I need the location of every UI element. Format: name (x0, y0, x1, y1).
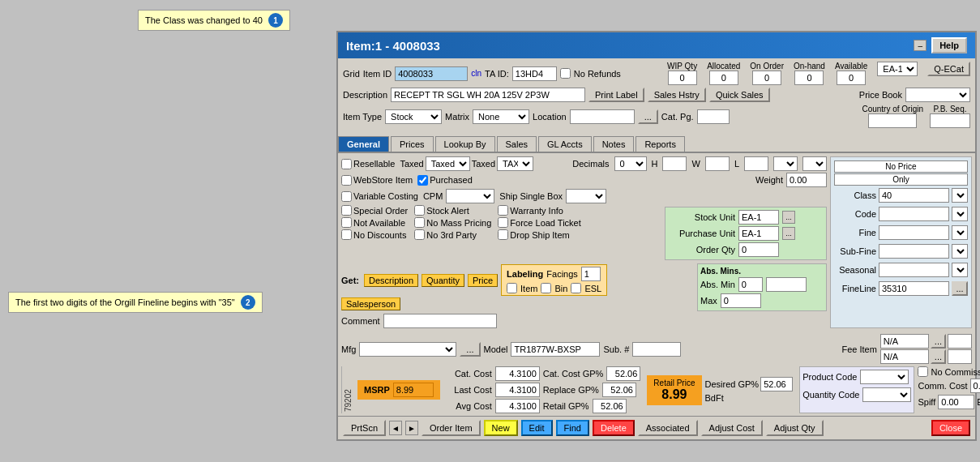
bin-cb[interactable] (541, 283, 551, 293)
stock-alert-checkbox[interactable] (414, 205, 425, 216)
l-input[interactable] (744, 156, 768, 171)
get-quantity-button[interactable]: Quantity (422, 274, 464, 287)
abs-min-input[interactable] (738, 277, 763, 292)
tax-select[interactable]: TAX (497, 156, 533, 171)
fee-item-dots2[interactable]: ... (931, 349, 946, 364)
tab-gl-accts[interactable]: GL Accts (538, 136, 592, 152)
webstore-checkbox[interactable] (341, 175, 352, 186)
max-input[interactable] (721, 293, 761, 308)
fee-item-qty2[interactable] (948, 349, 972, 364)
code-input[interactable] (879, 207, 949, 221)
facings-input[interactable] (581, 267, 601, 281)
prtscn-button[interactable]: PrtScn (343, 420, 386, 436)
special-order-checkbox[interactable] (341, 205, 352, 216)
description-input[interactable] (391, 88, 585, 102)
cat-cost-gp-input[interactable] (606, 366, 640, 381)
location-dots-button[interactable]: ... (638, 109, 658, 124)
sub-num-input[interactable] (632, 342, 681, 357)
comm-cost-input[interactable] (970, 379, 980, 393)
variable-costing-checkbox[interactable] (341, 191, 352, 202)
fee-item-input2[interactable] (880, 349, 929, 364)
matrix-select[interactable]: None (473, 109, 529, 124)
dim-unit2-select[interactable] (802, 156, 827, 171)
cat-cost-input[interactable] (495, 366, 540, 381)
close-button[interactable]: Close (931, 420, 970, 436)
tab-sales[interactable]: Sales (497, 136, 537, 152)
get-salesperson-button[interactable]: Salesperson (341, 297, 400, 310)
mfg-dots-button[interactable]: ... (460, 342, 480, 357)
sales-hstry-button[interactable]: Sales Hstry (648, 88, 706, 102)
product-code-select[interactable] (860, 370, 909, 384)
fine-select[interactable] (952, 225, 968, 240)
tab-general[interactable]: General (338, 136, 389, 152)
seasonal-input[interactable] (879, 263, 949, 277)
abs-min-pretext-input[interactable] (766, 277, 807, 292)
no-refunds-checkbox[interactable] (560, 68, 571, 79)
no-3rd-party-checkbox[interactable] (414, 229, 425, 240)
quantity-code-select[interactable] (862, 387, 911, 402)
delete-button[interactable]: Delete (593, 420, 635, 436)
item-type-select[interactable]: Stock (385, 109, 442, 124)
edit-button[interactable]: Edit (521, 420, 553, 436)
item-id-input[interactable] (395, 66, 468, 81)
fee-item-dots1[interactable]: ... (931, 334, 946, 349)
fine-input[interactable] (879, 225, 949, 240)
on-hand-input[interactable] (794, 71, 824, 85)
weight-input[interactable] (786, 173, 827, 187)
get-price-button[interactable]: Price (468, 274, 498, 287)
pb-seq-input[interactable] (930, 113, 970, 128)
ta-id-input[interactable] (512, 66, 557, 81)
order-qty-input[interactable] (738, 242, 779, 257)
fee-item-input1[interactable] (880, 334, 929, 349)
warranty-info-checkbox[interactable] (498, 205, 508, 216)
sub-fine-input[interactable] (879, 244, 949, 259)
esl-cb[interactable] (571, 283, 581, 293)
tab-prices[interactable]: Prices (391, 136, 434, 152)
ship-single-box-select[interactable] (566, 189, 606, 203)
last-cost-input[interactable] (495, 383, 540, 397)
stock-unit-dots[interactable]: ... (782, 211, 795, 224)
spiff-input[interactable] (938, 395, 974, 409)
model-input[interactable] (511, 342, 600, 357)
sub-fine-select[interactable] (952, 244, 968, 259)
location-input[interactable] (570, 109, 635, 124)
class-input[interactable] (879, 188, 949, 203)
adjust-qty-button[interactable]: Adjust Qty (766, 420, 824, 436)
next-arrow[interactable]: ► (405, 421, 418, 435)
fee-item-qty1[interactable] (948, 334, 972, 349)
h-input[interactable] (662, 156, 687, 171)
price-book-select[interactable] (905, 88, 970, 102)
no-mass-pricing-checkbox[interactable] (414, 217, 425, 228)
mfg-select[interactable] (359, 342, 456, 357)
country-of-origin-input[interactable] (868, 113, 917, 128)
tab-reports[interactable]: Reports (636, 136, 685, 152)
q-ecat-button[interactable]: Q-ECat (927, 62, 970, 76)
adjust-cost-button[interactable]: Adjust Cost (701, 420, 763, 436)
tab-lookup-by[interactable]: Lookup By (435, 136, 495, 152)
decimals-select[interactable]: 0 (614, 156, 647, 171)
avg-cost-input[interactable] (495, 399, 540, 413)
comment-input[interactable] (383, 314, 497, 328)
get-description-button[interactable]: Description (364, 274, 418, 287)
stock-unit-input[interactable] (738, 210, 779, 225)
desired-gp-input[interactable] (760, 377, 793, 391)
force-load-ticket-checkbox[interactable] (498, 217, 508, 228)
available-input[interactable] (837, 71, 866, 85)
help-button[interactable]: Help (931, 37, 967, 53)
msrp-input[interactable] (393, 383, 434, 397)
fineline-dots-button[interactable]: ... (952, 281, 968, 296)
quick-sales-button[interactable]: Quick Sales (709, 88, 770, 102)
associated-button[interactable]: Associated (638, 420, 698, 436)
resellable-checkbox[interactable] (341, 159, 352, 169)
tab-notes[interactable]: Notes (593, 136, 635, 152)
taxed-select[interactable]: Taxed (426, 156, 470, 171)
no-commission-checkbox[interactable] (918, 366, 928, 377)
no-discounts-checkbox[interactable] (341, 229, 352, 240)
not-available-checkbox[interactable] (341, 217, 352, 228)
cat-pg-input[interactable] (697, 109, 730, 124)
prev-arrow[interactable]: ◄ (389, 421, 402, 435)
new-button[interactable]: New (484, 420, 518, 436)
fineline-input[interactable] (879, 281, 949, 296)
cpm-select[interactable] (446, 189, 494, 203)
order-item-button[interactable]: Order Item (422, 420, 481, 436)
